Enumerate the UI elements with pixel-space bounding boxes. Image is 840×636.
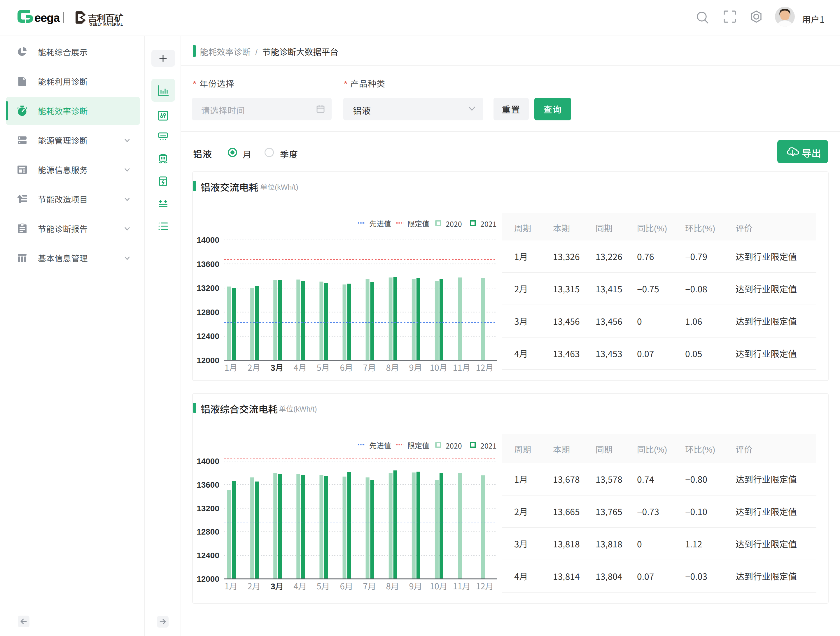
svg-text:12400: 12400 [197, 551, 219, 560]
svg-text:12000: 12000 [197, 356, 219, 365]
svg-text:5月: 5月 [316, 579, 330, 592]
svg-text:3月: 3月 [270, 579, 284, 592]
svg-text:6月: 6月 [340, 361, 353, 373]
svg-text:12800: 12800 [197, 308, 219, 317]
svg-text:13600: 13600 [197, 260, 219, 269]
svg-text:13200: 13200 [197, 504, 219, 513]
svg-text:13200: 13200 [197, 283, 219, 293]
svg-text:12000: 12000 [197, 575, 219, 584]
svg-text:吉利百矿: 吉利百矿 [88, 11, 123, 24]
svg-text:2月: 2月 [247, 361, 261, 373]
svg-text:14000: 14000 [197, 236, 219, 244]
svg-text:3月: 3月 [270, 361, 284, 373]
svg-text:6月: 6月 [340, 579, 353, 592]
svg-text:10月: 10月 [429, 361, 447, 373]
svg-text:4月: 4月 [294, 361, 306, 373]
svg-text:11月: 11月 [453, 361, 471, 373]
svg-text:10月: 10月 [429, 579, 447, 592]
svg-text:1月: 1月 [224, 361, 237, 373]
svg-text:eega: eega [35, 11, 60, 24]
svg-text:14000: 14000 [197, 457, 219, 466]
svg-text:8月: 8月 [386, 361, 399, 373]
svg-text:13600: 13600 [197, 480, 219, 490]
svg-text:1月: 1月 [224, 579, 237, 592]
svg-text:11月: 11月 [453, 579, 471, 592]
svg-text:2月: 2月 [247, 579, 261, 592]
svg-text:12400: 12400 [197, 332, 219, 341]
svg-text:8月: 8月 [386, 579, 399, 592]
svg-text:9月: 9月 [409, 361, 422, 373]
svg-text:12月: 12月 [476, 579, 494, 592]
svg-text:GEELY MATERIAL: GEELY MATERIAL [90, 22, 123, 27]
svg-text:7月: 7月 [363, 361, 376, 373]
svg-text:12800: 12800 [197, 527, 219, 536]
svg-text:4月: 4月 [294, 579, 306, 592]
svg-text:12月: 12月 [476, 361, 494, 373]
svg-text:7月: 7月 [363, 579, 376, 592]
svg-text:5月: 5月 [316, 361, 330, 373]
svg-text:9月: 9月 [409, 579, 422, 592]
